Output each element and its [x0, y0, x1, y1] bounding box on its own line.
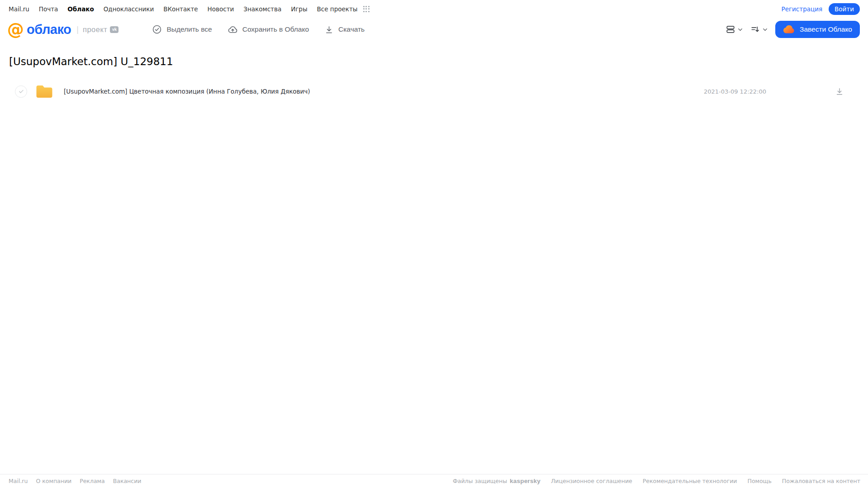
chevron-down-icon	[737, 26, 744, 33]
list-view-icon	[726, 24, 735, 34]
portal-link-all-projects[interactable]: Все проекты	[317, 5, 358, 13]
footer-link-jobs[interactable]: Вакансии	[113, 478, 142, 484]
kaspersky-protection: Файлы защищены kaspersky	[453, 478, 541, 484]
folder-icon	[35, 83, 54, 99]
sort-selector[interactable]	[750, 24, 768, 34]
logo-divider: |	[76, 25, 79, 34]
orange-cloud-icon	[783, 25, 795, 33]
files-protected-label: Файлы защищены	[453, 478, 507, 484]
file-row[interactable]: [UsupovMarket.com] Цветочная композиция …	[9, 79, 859, 104]
logo-wordmark: облако	[27, 23, 71, 36]
sort-icon	[750, 24, 760, 34]
footer-link-recommendation[interactable]: Рекомендательные технологии	[643, 478, 737, 484]
row-download-icon[interactable]	[835, 87, 844, 96]
header-right-controls: Завести Облако	[726, 21, 860, 38]
portal-link-news[interactable]: Новости	[208, 5, 234, 13]
portal-link-mail[interactable]: Почта	[39, 5, 58, 13]
file-toolbar: Выделить все Сохранить в Облако Скачать	[152, 24, 365, 35]
footer-link-license[interactable]: Лицензионное соглашение	[551, 478, 632, 484]
mailru-at-icon: @	[7, 23, 24, 36]
footer-link-mailru[interactable]: Mail.ru	[9, 478, 28, 484]
apps-grid-icon[interactable]	[363, 6, 370, 13]
portal-link-dating[interactable]: Знакомства	[243, 5, 281, 13]
footer-link-report[interactable]: Пожаловаться на контент	[782, 478, 860, 484]
download-label: Скачать	[338, 25, 365, 33]
portal-link-cloud[interactable]: Облако	[67, 5, 94, 13]
kaspersky-logo[interactable]: kaspersky	[510, 478, 541, 484]
select-all-label: Выделить все	[166, 25, 212, 33]
registration-link[interactable]: Регистрация	[782, 5, 823, 13]
portal-link-mailru[interactable]: Mail.ru	[9, 5, 29, 13]
get-cloud-button[interactable]: Завести Облако	[775, 21, 860, 38]
footer-link-about[interactable]: О компании	[36, 478, 71, 484]
download-button[interactable]: Скачать	[324, 25, 365, 34]
check-circle-icon	[152, 24, 162, 34]
footer-link-help[interactable]: Помощь	[747, 478, 771, 484]
cloud-logo[interactable]: @ облако | проект vk	[7, 23, 119, 36]
logo-project-label: проект	[83, 25, 107, 34]
footer-link-ads[interactable]: Реклама	[80, 478, 105, 484]
cloud-header: @ облако | проект vk Выделить все Сохран…	[0, 17, 868, 43]
select-all-button[interactable]: Выделить все	[152, 24, 212, 34]
login-button[interactable]: Войти	[829, 3, 860, 15]
view-mode-selector[interactable]	[726, 24, 744, 34]
portal-link-vk[interactable]: ВКонтакте	[163, 5, 198, 13]
download-icon	[324, 25, 334, 34]
portal-link-games[interactable]: Игры	[291, 5, 307, 13]
get-cloud-label: Завести Облако	[800, 25, 852, 33]
main-content: [UsupovMarket.com] U_129811 [UsupovMarke…	[0, 56, 868, 104]
page-title: [UsupovMarket.com] U_129811	[9, 56, 859, 67]
save-to-cloud-button[interactable]: Сохранить в Облако	[228, 24, 309, 35]
page-footer: Mail.ru О компании Реклама Вакансии Файл…	[0, 474, 868, 488]
row-checkbox[interactable]	[15, 85, 27, 98]
save-to-cloud-label: Сохранить в Облако	[242, 25, 309, 33]
footer-right-links: Файлы защищены kaspersky Лицензионное со…	[453, 478, 860, 484]
portal-link-ok[interactable]: Одноклассники	[104, 5, 154, 13]
vk-badge-icon: vk	[110, 26, 119, 33]
chevron-down-icon	[762, 26, 768, 33]
file-date: 2021-03-09 12:22:00	[704, 88, 766, 95]
file-name-link[interactable]: [UsupovMarket.com] Цветочная композиция …	[64, 88, 310, 95]
footer-left-links: Mail.ru О компании Реклама Вакансии	[9, 478, 141, 484]
cloud-upload-icon	[228, 24, 238, 35]
portal-nav: Mail.ru Почта Облако Одноклассники ВКонт…	[0, 0, 868, 17]
